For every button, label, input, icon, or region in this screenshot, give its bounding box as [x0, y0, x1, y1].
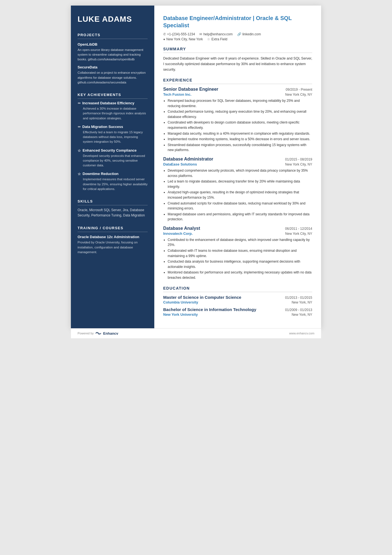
- exp-title-1: Senior Database Engineer: [163, 87, 218, 92]
- achievement-4: ☆ Downtime Reduction Implemented measure…: [78, 172, 148, 191]
- exp-dates-2: 01/2015 - 08/2019: [285, 157, 312, 161]
- exp-title-3: Database Analyst: [163, 226, 200, 231]
- exp-bullets-1: Revamped backup processes for SQL Server…: [163, 98, 312, 153]
- edu-degree-2: Bachelor of Science in Information Techn…: [163, 307, 256, 312]
- achievement-title-4: Downtime Reduction: [83, 172, 118, 176]
- bullet-1-5: Implemented routine monitoring systems, …: [168, 137, 312, 142]
- contact-phone: ✆ +1-(234)-555-1234: [163, 32, 195, 36]
- bullet-3-4: Monitored databases for performance and …: [168, 270, 312, 280]
- enhancv-logo: [95, 331, 101, 335]
- contact-linkedin: 🔗 linkedin.com: [237, 32, 261, 36]
- phone-icon: ✆: [163, 32, 166, 36]
- linkedin-text: linkedin.com: [242, 32, 261, 36]
- edu-dates-1: 01/2013 - 01/2015: [285, 296, 312, 300]
- footer: Powered by Enhancv www.enhancv.com: [71, 328, 321, 338]
- exp-location-3: New York City, NY: [285, 232, 312, 236]
- exp-item-1: Senior Database Engineer 09/2019 - Prese…: [163, 87, 312, 153]
- main-headline: Database Engineer/Administrator | Oracle…: [163, 14, 312, 29]
- edu-dates-2: 01/2009 - 01/2013: [285, 308, 312, 312]
- exp-location-2: New York City, NY: [285, 162, 312, 166]
- achievement-desc-4: Implemented measures that reduced server…: [78, 177, 148, 191]
- summary-text: Dedicated Database Engineer with over 8 …: [163, 56, 312, 72]
- brand-name: Enhancv: [103, 331, 118, 336]
- exp-title-2: Database Administrator: [163, 157, 213, 162]
- achievement-title-1: Increased Database Efficiency: [82, 101, 134, 105]
- exp-bullets-2: Developed comprehensive security protoco…: [163, 168, 312, 222]
- location-icon: ●: [163, 37, 165, 41]
- project-item-1: OpenLibDB An open-source library databas…: [78, 42, 148, 62]
- summary-title: SUMMARY: [163, 47, 312, 53]
- achievement-desc-2: Effectively led a team to migrate 15 leg…: [78, 130, 148, 144]
- edu-school-1: Columbia University: [163, 300, 198, 304]
- achievements-title: KEY ACHIEVEMENTS: [78, 93, 148, 99]
- achievement-1: ⚰ Increased Database Efficiency Achieved…: [78, 101, 148, 121]
- achievement-title-2: Data Migration Success: [82, 125, 123, 129]
- star-icon-2: ☆: [78, 172, 81, 176]
- training-name-1: Oracle Database 12c Administration: [78, 235, 148, 239]
- bullet-2-2: Led a team to migrate databases, decreas…: [168, 179, 312, 189]
- exp-bullets-3: Contributed to the enhancement of databa…: [163, 237, 312, 280]
- bullet-1-2: Conducted performance tuning, reducing q…: [168, 109, 312, 119]
- training-desc-1: Provided by Oracle University, focusing …: [78, 240, 148, 255]
- skills-section: SKILLS Oracle, Microsoft SQL Server, Jir…: [78, 199, 148, 218]
- bullet-2-4: Created automated scripts for routine da…: [168, 201, 312, 211]
- bullet-3-1: Contributed to the enhancement of databa…: [168, 237, 312, 248]
- phone-text: +1-(234)-555-1234: [167, 32, 195, 36]
- edu-location-1: New York, NY: [292, 300, 312, 304]
- experience-title: EXPERIENCE: [163, 78, 312, 84]
- bullet-3-2: Collaborated with IT teams to resolve da…: [168, 248, 312, 258]
- edu-location-2: New York, NY: [292, 313, 312, 317]
- exp-item-2: Database Administrator 01/2015 - 08/2019…: [163, 157, 312, 222]
- project-item-2: SecureData Collaborated on a project to …: [78, 65, 148, 85]
- achievement-3: ☆ Enhanced Security Compliance Developed…: [78, 148, 148, 168]
- sidebar: LUKE ADAMS PROJECTS OpenLibDB An open-so…: [71, 6, 154, 328]
- edu-degree-1: Master of Science in Computer Science: [163, 295, 241, 300]
- candidate-name: LUKE ADAMS: [78, 14, 148, 24]
- exp-dates-3: 06/2011 - 12/2014: [285, 227, 312, 231]
- footer-url: www.enhancv.com: [289, 332, 314, 335]
- link-icon: 🔗: [237, 32, 241, 36]
- project-desc-1: An open-source library database manageme…: [78, 48, 148, 62]
- edu-item-2: Bachelor of Science in Information Techn…: [163, 307, 312, 317]
- bullet-2-3: Analyzed high-usage queries, resulting i…: [168, 190, 312, 200]
- project-name-2: SecureData: [78, 65, 148, 69]
- bullet-1-4: Managed data security, resulting in a 40…: [168, 131, 312, 136]
- powered-by-text: Powered by: [78, 332, 94, 335]
- education-title: EDUCATION: [163, 286, 312, 292]
- contact-row-1: ✆ +1-(234)-555-1234 ✉ help@enhancv.com 🔗…: [163, 32, 312, 36]
- edu-school-2: New York University: [163, 312, 198, 317]
- main-content: Database Engineer/Administrator | Oracle…: [154, 6, 321, 328]
- achievement-desc-1: Achieved a 30% increase in database perf…: [78, 106, 148, 121]
- contact-location: ● New York City, New York: [163, 37, 203, 41]
- contact-email: ✉ help@enhancv.com: [199, 32, 232, 36]
- email-text: help@enhancv.com: [203, 32, 232, 36]
- project-desc-2: Collaborated on a project to enhance enc…: [78, 70, 148, 85]
- trophy-icon-1: ⚰: [78, 101, 81, 105]
- training-item-1: Oracle Database 12c Administration Provi…: [78, 235, 148, 255]
- exp-item-3: Database Analyst 06/2011 - 12/2014 Innov…: [163, 226, 312, 280]
- bullet-2-1: Developed comprehensive security protoco…: [168, 168, 312, 178]
- skills-title: SKILLS: [78, 199, 148, 205]
- trophy-icon-2: ⚰: [78, 125, 81, 129]
- bullet-1-6: Streamlined database migration processes…: [168, 142, 312, 153]
- edu-item-1: Master of Science in Computer Science 01…: [163, 295, 312, 304]
- bullet-3-3: Conducted data analysis for business int…: [168, 259, 312, 269]
- contact-extra: ☆ Extra Field: [207, 37, 227, 41]
- training-title: TRAINING / COURSES: [78, 226, 148, 232]
- achievement-2: ⚰ Data Migration Success Effectively led…: [78, 125, 148, 144]
- extra-text: Extra Field: [211, 37, 227, 41]
- projects-section: PROJECTS OpenLibDB An open-source librar…: [78, 33, 148, 85]
- exp-location-1: New York City, NY: [285, 93, 312, 97]
- achievements-section: KEY ACHIEVEMENTS ⚰ Increased Database Ef…: [78, 93, 148, 191]
- star-icon-1: ☆: [78, 149, 81, 153]
- achievement-title-3: Enhanced Security Compliance: [83, 148, 137, 152]
- bullet-2-5: Managed database users and permissions, …: [168, 212, 312, 222]
- contact-row-2: ● New York City, New York ☆ Extra Field: [163, 37, 312, 41]
- email-icon: ✉: [199, 32, 202, 36]
- exp-dates-1: 09/2019 - Present: [286, 88, 312, 92]
- achievement-desc-3: Developed security protocols that enhanc…: [78, 154, 148, 168]
- exp-company-1: Tech Fusion Inc.: [163, 92, 192, 97]
- bullet-1-3: Coordinated with developers to design cu…: [168, 120, 312, 130]
- exp-company-3: Innovatech Corp.: [163, 231, 193, 236]
- training-section: TRAINING / COURSES Oracle Database 12c A…: [78, 226, 148, 255]
